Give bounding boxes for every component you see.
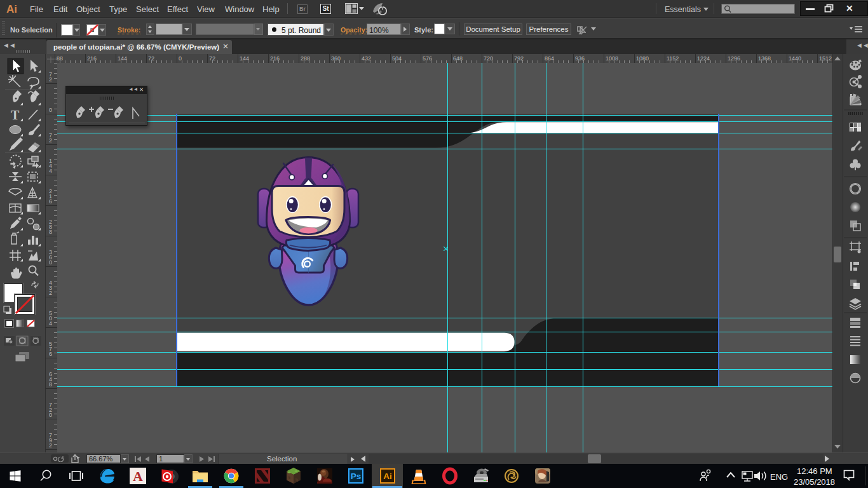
- svg-text:576: 576: [423, 55, 432, 62]
- svg-text:1440: 1440: [789, 55, 801, 62]
- svg-text:5: 5: [49, 310, 52, 316]
- svg-text:288: 288: [301, 55, 310, 62]
- svg-text:216: 216: [270, 55, 280, 62]
- svg-text:360: 360: [331, 55, 341, 62]
- svg-text:936: 936: [575, 55, 585, 62]
- svg-text:432: 432: [362, 55, 371, 62]
- svg-text:0: 0: [49, 107, 52, 113]
- svg-text:3: 3: [49, 249, 52, 255]
- svg-text:720: 720: [484, 55, 493, 62]
- svg-text:648: 648: [453, 55, 463, 62]
- svg-text:1224: 1224: [697, 55, 710, 62]
- svg-text:2: 2: [49, 188, 52, 194]
- svg-text:1152: 1152: [667, 55, 679, 62]
- svg-text:216: 216: [87, 55, 97, 62]
- svg-text:504: 504: [392, 55, 402, 62]
- svg-text:1368: 1368: [758, 55, 771, 62]
- svg-text:144: 144: [240, 55, 249, 62]
- svg-text:5: 5: [49, 341, 52, 347]
- svg-text:1296: 1296: [728, 55, 740, 62]
- svg-text:864: 864: [545, 55, 554, 62]
- svg-text:0: 0: [179, 55, 182, 62]
- svg-text:1: 1: [49, 158, 52, 164]
- svg-text:7: 7: [49, 432, 52, 438]
- svg-text:A: A: [133, 468, 143, 484]
- svg-text:144: 144: [118, 55, 127, 62]
- svg-text:7: 7: [49, 71, 52, 78]
- svg-text:7: 7: [49, 402, 52, 408]
- svg-text:1008: 1008: [606, 55, 618, 62]
- svg-text:Ps: Ps: [351, 471, 362, 481]
- svg-text:1512: 1512: [819, 55, 832, 62]
- svg-text:7: 7: [49, 132, 52, 139]
- svg-text:4: 4: [49, 280, 52, 286]
- svg-text:T: T: [11, 108, 20, 122]
- svg-text:1080: 1080: [636, 55, 649, 62]
- svg-text:Ai: Ai: [383, 471, 392, 481]
- svg-text:6: 6: [49, 371, 52, 377]
- svg-text:792: 792: [514, 55, 524, 62]
- svg-text:2: 2: [49, 219, 52, 225]
